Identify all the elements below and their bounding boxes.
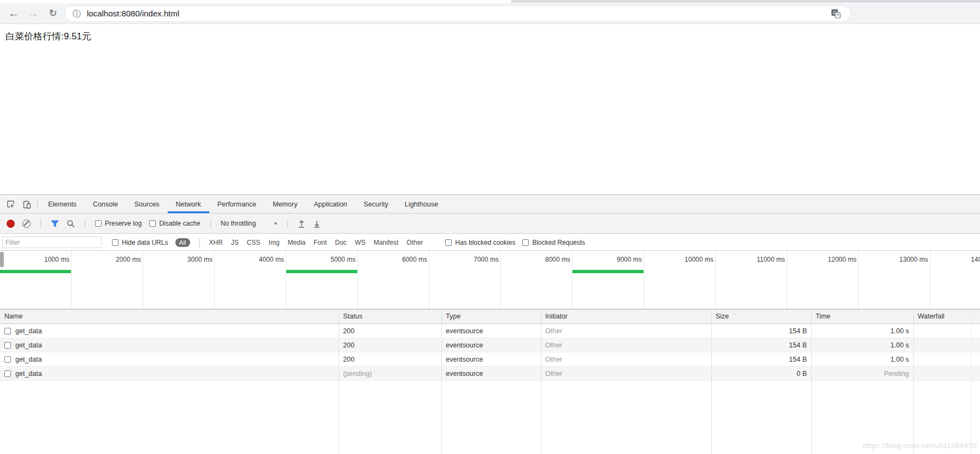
timeline-tick: 10000 ms bbox=[644, 256, 713, 263]
hide-data-urls-checkbox[interactable] bbox=[112, 239, 119, 246]
request-type-filters: XHRJSCSSImgMediaFontDocWSManifestOther bbox=[209, 239, 423, 246]
column-divider[interactable] bbox=[339, 309, 339, 454]
price-text: 白菜价格行情:9.51元 bbox=[5, 30, 91, 43]
request-type: eventsource bbox=[441, 341, 541, 349]
back-button[interactable]: ← bbox=[5, 3, 22, 24]
page-info-icon[interactable]: ⓘ bbox=[73, 6, 81, 21]
has-blocked-cookies-checkbox[interactable] bbox=[445, 239, 452, 246]
column-header-type[interactable]: Type bbox=[441, 310, 541, 323]
row-checkbox[interactable] bbox=[4, 370, 11, 377]
preserve-log-label: Preserve log bbox=[105, 220, 141, 227]
filter-type-media[interactable]: Media bbox=[288, 239, 306, 246]
row-checkbox[interactable] bbox=[4, 328, 11, 334]
request-time: 1.00 s bbox=[811, 356, 913, 363]
forward-button[interactable]: → bbox=[25, 3, 42, 24]
disable-cache-checkbox[interactable] bbox=[149, 220, 156, 227]
filter-type-font[interactable]: Font bbox=[314, 239, 327, 246]
divider bbox=[199, 238, 200, 247]
tab-security[interactable]: Security bbox=[356, 196, 397, 213]
column-header-waterfall[interactable]: Waterfall bbox=[913, 310, 980, 323]
table-row[interactable]: get_data 200 eventsource Other 154 B 1.0… bbox=[0, 338, 980, 352]
column-header-name[interactable]: Name bbox=[0, 310, 339, 323]
filter-input[interactable] bbox=[2, 237, 102, 248]
column-divider[interactable] bbox=[711, 309, 712, 454]
divider bbox=[40, 219, 41, 228]
timeline-tick: 7000 ms bbox=[429, 256, 499, 263]
clear-icon[interactable] bbox=[22, 220, 31, 228]
url-text[interactable]: localhost:8080/index.html bbox=[87, 6, 179, 21]
device-toolbar-icon[interactable] bbox=[19, 196, 35, 213]
column-header-size[interactable]: Size bbox=[711, 310, 811, 323]
filter-type-manifest[interactable]: Manifest bbox=[374, 239, 398, 246]
column-header-initiator[interactable]: Initiator bbox=[541, 310, 711, 323]
network-overview-timeline[interactable]: 1000 ms2000 ms3000 ms4000 ms5000 ms6000 … bbox=[0, 251, 980, 309]
column-divider[interactable] bbox=[441, 309, 442, 454]
filter-type-css[interactable]: CSS bbox=[247, 239, 261, 246]
browser-toolbar: ← → ↻ ⓘ localhost:8080/index.html G bbox=[0, 3, 980, 24]
table-row[interactable]: get_data (pending) eventsource Other 0 B… bbox=[0, 367, 980, 381]
column-divider[interactable] bbox=[913, 309, 914, 454]
reload-button[interactable]: ↻ bbox=[45, 3, 61, 24]
filter-type-other[interactable]: Other bbox=[406, 239, 423, 246]
waterfall-gridline bbox=[971, 309, 971, 454]
filter-all-pill[interactable]: All bbox=[175, 238, 190, 247]
tab-memory[interactable]: Memory bbox=[264, 196, 305, 213]
table-row[interactable]: get_data 200 eventsource Other 154 B 1.0… bbox=[0, 324, 980, 338]
request-type: eventsource bbox=[441, 370, 541, 378]
search-icon[interactable] bbox=[67, 220, 75, 228]
timeline-tick: 6000 ms bbox=[358, 256, 427, 263]
column-header-status[interactable]: Status bbox=[339, 310, 441, 323]
devtools-tab-bar: ElementsConsoleSourcesNetworkPerformance… bbox=[0, 196, 980, 214]
tab-performance[interactable]: Performance bbox=[209, 196, 265, 213]
request-time: 1.00 s bbox=[811, 341, 913, 349]
overview-request-bar bbox=[0, 270, 71, 273]
requests-table: Name Status Type Initiator Size Time Wat… bbox=[0, 309, 980, 454]
filter-type-ws[interactable]: WS bbox=[355, 239, 365, 246]
filter-type-js[interactable]: JS bbox=[231, 239, 239, 246]
record-button[interactable] bbox=[7, 220, 15, 228]
request-status: (pending) bbox=[339, 370, 441, 378]
import-har-icon[interactable] bbox=[298, 220, 305, 228]
tab-sources[interactable]: Sources bbox=[126, 196, 168, 213]
devtools-panel: ElementsConsoleSourcesNetworkPerformance… bbox=[0, 194, 980, 454]
address-bar[interactable]: ⓘ localhost:8080/index.html G bbox=[64, 5, 851, 22]
request-initiator: Other bbox=[541, 327, 711, 335]
row-checkbox[interactable] bbox=[4, 356, 11, 363]
inspect-element-icon[interactable] bbox=[2, 196, 19, 213]
divider bbox=[37, 200, 38, 209]
column-divider[interactable] bbox=[541, 309, 541, 454]
page-viewport: 白菜价格行情:9.51元 bbox=[0, 25, 980, 194]
request-size: 154 B bbox=[711, 341, 811, 349]
blocked-requests-checkbox[interactable] bbox=[522, 239, 529, 246]
request-name: get_data bbox=[15, 370, 42, 378]
filter-type-xhr[interactable]: XHR bbox=[209, 239, 223, 246]
filter-toggle-icon[interactable] bbox=[51, 220, 59, 227]
table-header-row: Name Status Type Initiator Size Time Wat… bbox=[0, 309, 980, 324]
timeline-tick: 11000 ms bbox=[716, 256, 785, 263]
network-filter-bar: Hide data URLs All XHRJSCSSImgMediaFontD… bbox=[0, 234, 980, 251]
timeline-tick: 9000 ms bbox=[572, 256, 642, 263]
tab-elements[interactable]: Elements bbox=[40, 196, 85, 213]
filter-type-doc[interactable]: Doc bbox=[335, 239, 346, 246]
column-header-time[interactable]: Time bbox=[811, 310, 913, 323]
throttling-select[interactable]: No throttling ▼ bbox=[221, 220, 278, 227]
request-initiator: Other bbox=[541, 370, 711, 378]
timeline-tick: 13000 ms bbox=[859, 256, 928, 263]
timeline-tick: 2000 ms bbox=[72, 256, 141, 263]
column-divider[interactable] bbox=[811, 309, 812, 454]
preserve-log-checkbox[interactable] bbox=[95, 220, 102, 227]
tab-lighthouse[interactable]: Lighthouse bbox=[397, 196, 446, 213]
blocked-requests-label: Blocked Requests bbox=[532, 239, 585, 246]
export-har-icon[interactable] bbox=[313, 220, 321, 228]
tab-application[interactable]: Application bbox=[305, 196, 355, 213]
filter-type-img[interactable]: Img bbox=[269, 239, 280, 246]
table-row[interactable]: get_data 200 eventsource Other 154 B 1.0… bbox=[0, 352, 980, 367]
translate-icon[interactable]: G bbox=[831, 9, 841, 19]
row-checkbox[interactable] bbox=[4, 342, 11, 349]
tab-console[interactable]: Console bbox=[85, 196, 126, 213]
divider bbox=[85, 219, 85, 228]
timeline-tick: 12000 ms bbox=[787, 256, 857, 263]
tab-network[interactable]: Network bbox=[168, 196, 209, 213]
request-size: 0 B bbox=[711, 370, 811, 378]
request-initiator: Other bbox=[541, 356, 711, 363]
